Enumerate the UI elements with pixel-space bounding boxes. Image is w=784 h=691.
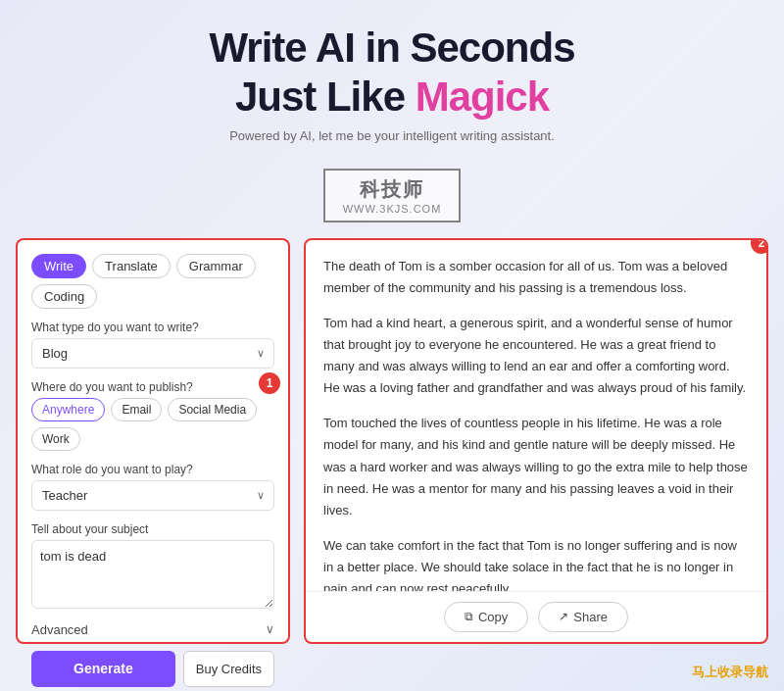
advanced-toggle[interactable]: Advanced ∨	[31, 620, 274, 639]
role-section: What role do you want to play? Teacher W…	[31, 463, 274, 511]
generate-button[interactable]: Generate	[31, 651, 175, 687]
publish-work[interactable]: Work	[31, 427, 80, 451]
advanced-label: Advanced	[31, 622, 88, 637]
tab-translate[interactable]: Translate	[92, 254, 171, 278]
subject-label: Tell about your subject	[31, 522, 274, 536]
role-label: What role do you want to play?	[31, 463, 274, 476]
text-output: The death of Tom is a somber occasion fo…	[306, 240, 766, 591]
title-magick: Magick	[416, 74, 549, 120]
role-select-wrapper: Teacher Writer Expert Student	[31, 480, 274, 511]
publish-email[interactable]: Email	[111, 398, 162, 421]
left-panel: Write Translate Grammar Coding What type…	[16, 238, 290, 644]
subject-textarea[interactable]: tom is dead	[31, 540, 274, 609]
publish-anywhere[interactable]: Anywhere	[31, 398, 105, 421]
page-title: Write AI in Seconds Just Like Magick	[20, 24, 764, 123]
share-button[interactable]: ↗ Share	[538, 602, 628, 632]
bottom-actions: Generate Buy Credits	[31, 651, 274, 687]
role-select[interactable]: Teacher Writer Expert Student	[31, 480, 274, 511]
tab-coding[interactable]: Coding	[31, 284, 97, 309]
type-label: What type do you want to write?	[31, 321, 274, 334]
subject-section: Tell about your subject tom is dead	[31, 522, 274, 609]
watermark: 科技师 WWW.3KJS.COM	[0, 169, 784, 222]
publish-social[interactable]: Social Media	[168, 398, 257, 421]
header-subtitle: Powered by AI, let me be your intelligen…	[20, 128, 764, 143]
share-label: Share	[573, 610, 608, 624]
tab-group: Write Translate Grammar Coding	[31, 254, 274, 309]
output-paragraph-3: Tom touched the lives of countless peopl…	[323, 413, 749, 520]
publish-section: Where do you want to publish? Anywhere E…	[31, 380, 274, 451]
publish-label: Where do you want to publish?	[31, 380, 274, 394]
output-actions: ⧉ Copy ↗ Share	[306, 591, 766, 642]
publish-options: Anywhere Email Social Media Work	[31, 398, 274, 451]
type-section: What type do you want to write? Blog Art…	[31, 321, 274, 369]
output-paragraph-1: The death of Tom is a somber occasion fo…	[323, 256, 749, 299]
chevron-down-icon: ∨	[266, 622, 274, 636]
main-content: Write Translate Grammar Coding What type…	[0, 238, 784, 660]
output-paragraph-4: We can take comfort in the fact that Tom…	[323, 535, 749, 591]
badge-1: 1	[259, 372, 280, 394]
page-header: Write AI in Seconds Just Like Magick Pow…	[0, 0, 784, 159]
output-paragraph-2: Tom had a kind heart, a generous spirit,…	[323, 313, 749, 399]
watermark-bottom: WWW.3KJS.COM	[343, 203, 442, 215]
copy-button[interactable]: ⧉ Copy	[444, 602, 528, 632]
right-panel: 2 The death of Tom is a somber occasion …	[304, 238, 768, 644]
tab-write[interactable]: Write	[31, 254, 86, 278]
tab-grammar[interactable]: Grammar	[176, 254, 256, 278]
copy-icon: ⧉	[465, 610, 473, 623]
title-line2-prefix: Just Like	[235, 74, 416, 120]
title-line1: Write AI in Seconds	[209, 25, 574, 71]
type-select-wrapper: Blog Article Essay Story Email	[31, 338, 274, 369]
copy-label: Copy	[478, 610, 508, 624]
share-icon: ↗	[559, 610, 568, 623]
type-select[interactable]: Blog Article Essay Story Email	[31, 338, 274, 369]
watermark-top: 科技师	[343, 176, 442, 203]
buy-credits-button[interactable]: Buy Credits	[183, 651, 274, 687]
